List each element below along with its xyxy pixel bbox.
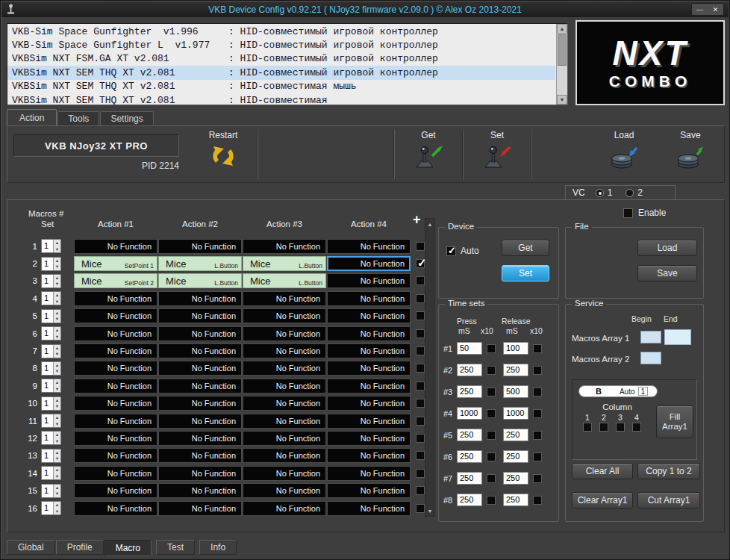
press-x10-checkbox[interactable]: [487, 431, 496, 440]
action-cell[interactable]: No Function: [243, 239, 326, 254]
action-cell[interactable]: No Function: [327, 239, 411, 254]
stepper-down-icon[interactable]: ▼: [54, 473, 60, 480]
press-ms-input[interactable]: 250: [457, 472, 482, 485]
clear-all-button[interactable]: Clear All: [572, 463, 633, 479]
action-cell[interactable]: No Function: [243, 291, 326, 306]
macro-row-checkbox[interactable]: [416, 311, 425, 320]
action-cell[interactable]: No Function: [243, 466, 326, 481]
action-cell[interactable]: No Function: [158, 466, 242, 481]
release-ms-input[interactable]: 500: [503, 385, 528, 398]
stepper-up-icon[interactable]: ▲: [54, 432, 60, 438]
release-ms-input[interactable]: 1000: [503, 407, 528, 420]
tab-global[interactable]: Global: [7, 540, 55, 555]
action-cell[interactable]: No Function: [74, 414, 157, 429]
load-button[interactable]: Load: [591, 130, 657, 179]
tab-settings[interactable]: Settings: [100, 111, 153, 125]
column-4-checkbox[interactable]: [632, 423, 641, 432]
set-stepper[interactable]: 1▲▼: [41, 291, 61, 305]
tab-profile[interactable]: Profile: [56, 540, 104, 555]
set-stepper[interactable]: 1▲▼: [41, 396, 61, 411]
macro-row-checkbox[interactable]: [416, 276, 425, 285]
device-list-row[interactable]: VKBSim NXT SEM THQ XT v2.081: HID-совмес…: [7, 93, 555, 105]
release-x10-checkbox[interactable]: [533, 496, 542, 505]
device-list-row[interactable]: VKB-Sim Space Gunfighter v1.996: HID-сов…: [7, 25, 555, 38]
column-3-checkbox[interactable]: [616, 423, 625, 432]
action-cell[interactable]: No Function: [327, 343, 411, 358]
set-stepper[interactable]: 1▲▼: [41, 484, 61, 498]
action-cell[interactable]: No Function: [158, 361, 242, 376]
b-auto-control[interactable]: B Auto 1: [578, 385, 658, 397]
stepper-up-icon[interactable]: ▲: [54, 240, 60, 246]
action-cell[interactable]: No Function: [327, 379, 411, 393]
macro-row-checkbox[interactable]: [416, 469, 425, 478]
stepper-up-icon[interactable]: ▲: [54, 449, 60, 456]
release-x10-checkbox[interactable]: [533, 409, 542, 418]
action-cell[interactable]: No Function: [74, 466, 157, 481]
press-ms-input[interactable]: 1000: [457, 407, 482, 420]
action-cell[interactable]: No Function: [327, 256, 411, 271]
set-stepper[interactable]: 1▲▼: [41, 344, 61, 358]
column-1-checkbox[interactable]: [583, 423, 592, 432]
device-set-button[interactable]: Set: [502, 265, 549, 281]
press-x10-checkbox[interactable]: [487, 474, 496, 483]
action-cell[interactable]: MiceSetPoint 2: [74, 273, 157, 288]
set-stepper[interactable]: 1▲▼: [41, 309, 61, 323]
device-list-row[interactable]: VKB-Sim Space Gunfighter L v1.977: HID-с…: [7, 38, 555, 52]
stepper-up-icon[interactable]: ▲: [54, 414, 60, 421]
tab-action[interactable]: Action: [7, 109, 57, 125]
action-cell[interactable]: No Function: [158, 396, 242, 411]
action-cell[interactable]: No Function: [74, 396, 157, 411]
stepper-up-icon[interactable]: ▲: [54, 397, 60, 404]
action-cell[interactable]: No Function: [74, 343, 157, 358]
set-stepper[interactable]: 1▲▼: [41, 326, 61, 340]
stepper-up-icon[interactable]: ▲: [54, 502, 60, 508]
stepper-up-icon[interactable]: ▲: [54, 379, 60, 386]
macro-row-checkbox[interactable]: [416, 329, 425, 338]
auto-checkbox-box[interactable]: [446, 246, 456, 256]
stepper-down-icon[interactable]: ▼: [54, 508, 60, 515]
file-save-button[interactable]: Save: [637, 265, 697, 281]
press-ms-input[interactable]: 250: [457, 494, 482, 506]
macro-row-checkbox[interactable]: [416, 382, 425, 391]
minimize-button[interactable]: —: [692, 4, 708, 15]
macro-row-checkbox[interactable]: [416, 451, 425, 460]
action-cell[interactable]: No Function: [158, 343, 242, 358]
action-cell[interactable]: No Function: [327, 273, 411, 288]
restart-button[interactable]: Restart: [191, 130, 255, 179]
stepper-down-icon[interactable]: ▼: [54, 386, 60, 393]
stepper-up-icon[interactable]: ▲: [54, 467, 60, 473]
enable-checkbox[interactable]: Enable: [623, 208, 666, 218]
get-button[interactable]: Get: [395, 130, 462, 179]
macro-row-checkbox[interactable]: [416, 504, 425, 513]
macro-row-checkbox[interactable]: [416, 242, 425, 251]
macro-row-checkbox[interactable]: [416, 486, 425, 495]
stepper-up-icon[interactable]: ▲: [54, 345, 60, 352]
action-cell[interactable]: No Function: [327, 448, 411, 463]
macro-row-checkbox[interactable]: [416, 364, 425, 373]
press-ms-input[interactable]: 250: [457, 429, 482, 441]
press-ms-input[interactable]: 50: [457, 342, 482, 355]
action-cell[interactable]: No Function: [158, 239, 242, 254]
action-cell[interactable]: No Function: [158, 291, 242, 306]
action-cell[interactable]: No Function: [243, 308, 326, 323]
action-cell[interactable]: No Function: [243, 448, 326, 463]
scroll-thumb[interactable]: [558, 34, 567, 66]
stepper-up-icon[interactable]: ▲: [54, 362, 60, 369]
stepper-down-icon[interactable]: ▼: [54, 421, 60, 428]
clear-array1-button[interactable]: Clear Array1: [572, 492, 633, 508]
set-button[interactable]: Set: [464, 130, 531, 179]
action-cell[interactable]: No Function: [327, 431, 411, 446]
stepper-down-icon[interactable]: ▼: [54, 455, 60, 462]
action-cell[interactable]: No Function: [327, 466, 411, 481]
action-cell[interactable]: No Function: [74, 379, 157, 393]
set-stepper[interactable]: 1▲▼: [41, 449, 61, 463]
action-cell[interactable]: No Function: [243, 379, 326, 393]
press-ms-input[interactable]: 250: [457, 450, 482, 463]
device-get-button[interactable]: Get: [502, 240, 549, 256]
macro-row-checkbox[interactable]: [416, 346, 425, 355]
macros-array1-end-field[interactable]: [664, 329, 691, 345]
vc-radio-1[interactable]: [596, 189, 604, 197]
stepper-down-icon[interactable]: ▼: [54, 438, 60, 445]
action-cell[interactable]: No Function: [74, 361, 157, 376]
scroll-up-icon[interactable]: ▲: [557, 24, 567, 34]
